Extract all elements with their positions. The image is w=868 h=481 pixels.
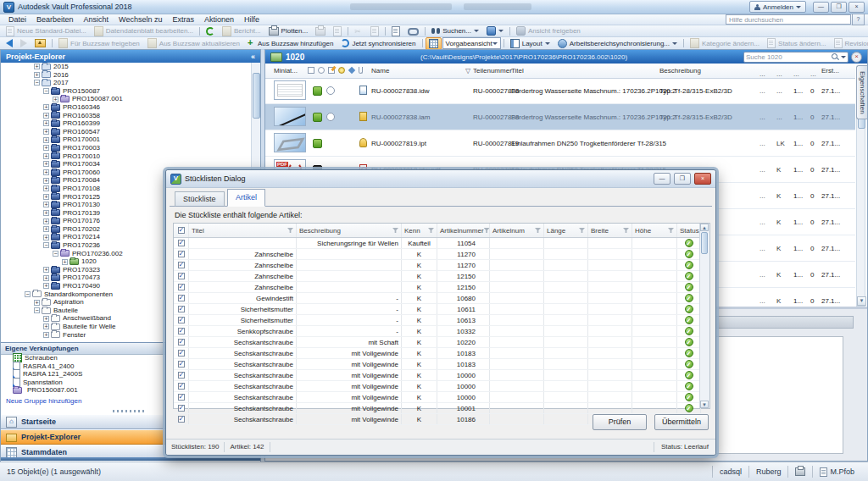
tree-expander-icon[interactable]: − [43,88,49,94]
checked-checkbox[interactable] [178,306,185,312]
tree-expander-icon[interactable]: + [34,64,40,69]
menu-hilfe[interactable]: Hilfe [239,15,264,24]
toolbar-button-buzzsaw-add[interactable]: +Aus Buzzsaw hinzufügen [244,38,337,48]
article-row[interactable]: Sechskantschraubemit SchaftK10220✓ [174,337,709,348]
splitter-grip[interactable] [113,410,147,412]
pruefen-button[interactable]: Prüfen [593,414,647,430]
column-select-all[interactable] [174,224,189,237]
uebermitteln-button[interactable]: Übermitteln [654,414,709,430]
toolbar-button-link[interactable] [404,26,422,36]
toolbar-button-back[interactable] [3,38,16,48]
checked-checkbox[interactable] [178,339,185,346]
column-l-nge[interactable]: Länge [544,224,588,237]
filter-icon[interactable] [579,228,585,233]
tree-expander-icon[interactable]: + [43,169,49,175]
tree-expander-icon[interactable]: + [43,210,49,216]
column-kenn[interactable]: Kenn [402,224,437,237]
dialog-maximize-button[interactable]: ❒ [674,173,691,185]
cell-select[interactable] [174,315,189,325]
column-breite[interactable]: Breite [588,224,632,237]
toolbar-button-sync[interactable]: Jetzt synchronisieren [337,38,419,48]
toolbar-button-layout[interactable]: Layout [507,38,554,48]
column-narrow[interactable]: ... [810,70,816,78]
checked-checkbox[interactable] [178,295,185,301]
tree-expander-icon[interactable]: + [43,185,49,191]
tree-expander-icon[interactable]: + [43,161,49,167]
tab-artikel[interactable]: Artikel [227,189,265,207]
cell-select[interactable] [174,304,189,314]
tree-expander-icon[interactable]: + [43,137,49,143]
tree-expander-icon[interactable]: + [43,104,49,110]
column-name[interactable]: Name [371,67,389,75]
menu-datei[interactable]: Datei [3,15,31,24]
article-row[interactable]: ZahnscheibeK11270✓ [174,249,709,260]
filter-icon[interactable] [535,228,541,233]
dialog-table-scrollbar[interactable]: ▲ ▼ [699,224,709,408]
file-row-ru-000027838-idw[interactable]: RU-000027838.idwRU-000027838Fördertrog W… [265,78,855,104]
tree-item-pro150087[interactable]: −PRO150087 [1,87,252,96]
tree-item-pro170001[interactable]: +PRO170001 [1,135,252,144]
tree-item-pro170003[interactable]: +PRO170003 [1,144,252,152]
tree-item-pro170034[interactable]: +PRO170034 [1,160,252,169]
tree-expander-icon[interactable]: + [53,97,58,102]
tree-expander-icon[interactable]: + [62,259,68,265]
menu-ansicht[interactable]: Ansicht [79,15,114,24]
tree-expander-icon[interactable]: + [43,202,49,207]
tree-item-pro160358[interactable]: +PRO160358 [1,112,252,120]
attachment-column-icon[interactable] [359,67,363,74]
tree-expander-icon[interactable]: + [43,267,49,273]
menu-extras[interactable]: Extras [167,15,199,24]
scroll-up-icon[interactable]: ▲ [700,224,709,231]
tree-expander-icon[interactable]: − [53,251,58,257]
filter-icon[interactable] [668,228,674,233]
toolbar-button-refresh[interactable] [203,26,218,36]
column-beschreibung[interactable]: Beschreibung [659,67,701,75]
tree-expander-icon[interactable]: − [25,291,31,297]
tree-item-pro150087-001[interactable]: +PRO150087.001 [1,95,252,103]
filter-icon[interactable] [623,228,629,233]
edit-column-icon[interactable] [328,67,335,74]
tree-expander-icon[interactable]: − [43,242,49,248]
tree-item-pro170010[interactable]: +PRO170010 [1,152,252,161]
article-row[interactable]: Gewindestift-K10680✓ [174,293,709,304]
menu-bearbeiten[interactable]: Bearbeiten [31,15,79,24]
checked-checkbox[interactable] [178,273,185,279]
toolbar-button-search[interactable]: Suchen... [428,26,482,36]
toolbar-button-grid-view[interactable] [426,37,442,50]
cell-select[interactable] [174,271,189,281]
tree-expander-icon[interactable]: + [43,316,49,322]
tree-expander-icon[interactable]: + [43,113,49,119]
column-status[interactable]: Status [677,224,701,237]
tree-expander-icon[interactable]: + [34,72,40,78]
help-search-button[interactable]: ? [852,14,865,25]
article-row[interactable]: Sicherheitsmutter-K10611✓ [174,304,709,315]
cell-select[interactable] [174,403,189,413]
tree-expander-icon[interactable]: + [43,332,49,338]
article-row[interactable]: Senkkopfschraube-K10332✓ [174,326,709,337]
checked-checkbox[interactable] [178,328,185,334]
select-all-checkbox[interactable] [178,227,185,234]
collapse-panel-icon[interactable]: « [251,53,255,61]
menu-wechseln-zu[interactable]: Wechseln zu [114,15,167,24]
checked-checkbox[interactable] [178,394,185,401]
tree-expander-icon[interactable]: − [34,80,40,86]
menu-aktionen[interactable]: Aktionen [199,15,239,24]
checked-checkbox[interactable] [178,317,185,323]
article-row[interactable]: Sechskantschraubemit VollgewindeK10000✓ [174,370,709,381]
checked-checkbox[interactable] [178,361,185,368]
column-h-he[interactable]: Höhe [632,224,677,237]
checked-checkbox[interactable] [178,372,185,379]
scroll-down-icon[interactable]: ▼ [857,296,866,306]
toolbar-button-new-doc[interactable] [388,26,403,36]
tree-expander-icon[interactable]: − [34,307,40,313]
article-row[interactable]: ZahnscheibeK12150✓ [174,282,709,293]
toolbar-button-folder-up[interactable] [31,38,49,48]
tree-item-pro160547[interactable]: +PRO160547 [1,128,252,136]
article-row[interactable]: Sechskantschraubemit VollgewindeK10000✓ [174,392,709,403]
help-search-input[interactable]: Hilfe durchsuchen [726,14,851,25]
toolbar-button-workspace-sync[interactable]: Arbeitsbereichsynchronisierung... [554,38,681,48]
tree-expander-icon[interactable]: + [43,218,49,224]
tree-expander-icon[interactable]: + [34,300,40,306]
checked-checkbox[interactable] [178,262,185,268]
checked-checkbox[interactable] [178,405,185,412]
